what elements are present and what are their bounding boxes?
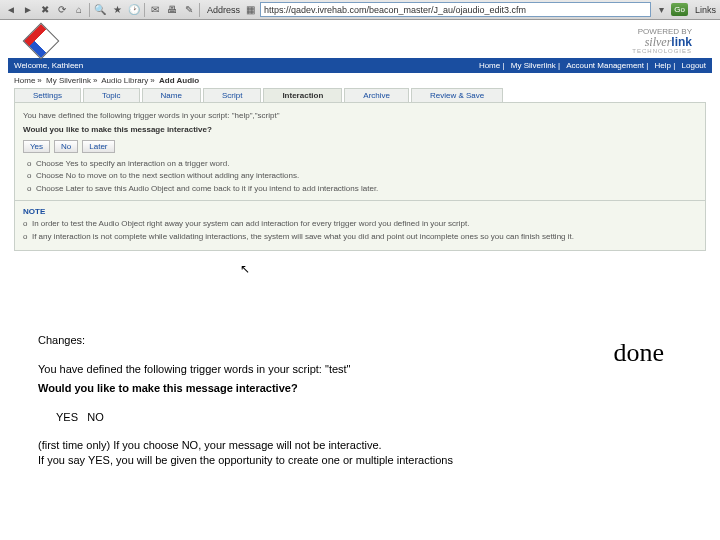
nav-links: Home | My Silverlink | Account Managemen… bbox=[475, 61, 706, 70]
refresh-icon[interactable]: ⟳ bbox=[55, 3, 69, 17]
stop-icon[interactable]: ✖ bbox=[38, 3, 52, 17]
changes-line-2: Would you like to make this message inte… bbox=[38, 382, 298, 394]
changes-block: Changes: You have defined the following … bbox=[38, 333, 468, 468]
button-row: Yes No Later bbox=[23, 140, 697, 153]
forward-icon[interactable]: ► bbox=[21, 3, 35, 17]
note-label: NOTE bbox=[23, 207, 45, 216]
interaction-panel: You have defined the following trigger w… bbox=[14, 102, 706, 251]
crumb-audio-library[interactable]: Audio Library bbox=[101, 76, 148, 85]
changes-yes-no: YES NO bbox=[56, 410, 468, 425]
go-button[interactable]: Go bbox=[671, 3, 688, 16]
browser-toolbar: ◄ ► ✖ ⟳ ⌂ 🔍 ★ 🕑 ✉ 🖶 ✎ Address ▦ https://… bbox=[0, 0, 720, 20]
separator bbox=[144, 3, 145, 17]
done-label: done bbox=[613, 338, 664, 368]
history-icon[interactable]: 🕑 bbox=[127, 3, 141, 17]
welcome-text: Welcome, Kathleen bbox=[14, 61, 83, 70]
tab-settings[interactable]: Settings bbox=[14, 88, 81, 102]
brand-italic: silver bbox=[645, 35, 672, 49]
changes-line-1: You have defined the following trigger w… bbox=[38, 362, 468, 377]
note-line-1: o In order to test the Audio Object righ… bbox=[23, 219, 697, 229]
tab-script[interactable]: Script bbox=[203, 88, 261, 102]
crumb-current: Add Audio bbox=[159, 76, 199, 85]
nav-home[interactable]: Home bbox=[479, 61, 500, 70]
note-line-2: o If any interaction is not complete whi… bbox=[23, 232, 697, 242]
home-icon[interactable]: ⌂ bbox=[72, 3, 86, 17]
logo-icon bbox=[23, 23, 60, 60]
crumb-mysilverlink[interactable]: My Silverlink bbox=[46, 76, 91, 85]
bullet-no: o Choose No to move on to the next secti… bbox=[27, 171, 697, 181]
bullet-list: o Choose Yes to specify an interaction o… bbox=[23, 159, 697, 194]
dropdown-icon[interactable]: ▾ bbox=[654, 3, 668, 17]
page-icon: ▦ bbox=[243, 3, 257, 17]
address-url: https://qadev.ivrehab.com/beacon_master/… bbox=[264, 5, 526, 15]
yes-button[interactable]: Yes bbox=[23, 140, 50, 153]
nav-logout[interactable]: Logout bbox=[682, 61, 706, 70]
edit-icon[interactable]: ✎ bbox=[182, 3, 196, 17]
separator bbox=[199, 3, 200, 17]
changes-no: NO bbox=[87, 411, 104, 423]
bullet-later: o Choose Later to save this Audio Object… bbox=[27, 184, 697, 194]
later-button[interactable]: Later bbox=[82, 140, 114, 153]
tab-topic[interactable]: Topic bbox=[83, 88, 140, 102]
changes-line-3: (first time only) If you choose NO, your… bbox=[38, 438, 468, 453]
address-label: Address bbox=[207, 5, 240, 15]
nav-bar: Welcome, Kathleen Home | My Silverlink |… bbox=[8, 58, 712, 73]
panel-divider bbox=[15, 200, 705, 201]
no-button[interactable]: No bbox=[54, 140, 78, 153]
brand-bold: link bbox=[671, 35, 692, 49]
cursor-icon: ↖ bbox=[240, 262, 250, 276]
tab-name[interactable]: Name bbox=[142, 88, 201, 102]
powered-by: POWERED BY silverlink TECHNOLOGIES bbox=[632, 28, 692, 54]
address-field[interactable]: https://qadev.ivrehab.com/beacon_master/… bbox=[260, 2, 651, 17]
document-area: POWERED BY silverlink TECHNOLOGIES Welco… bbox=[0, 20, 720, 259]
changes-yes: YES bbox=[56, 411, 78, 423]
search-icon[interactable]: 🔍 bbox=[93, 3, 107, 17]
favorites-icon[interactable]: ★ bbox=[110, 3, 124, 17]
brand-sub: TECHNOLOGIES bbox=[632, 48, 692, 54]
crumb-home[interactable]: Home bbox=[14, 76, 35, 85]
panel-question: Would you like to make this message inte… bbox=[23, 125, 212, 134]
mail-icon[interactable]: ✉ bbox=[148, 3, 162, 17]
separator bbox=[89, 3, 90, 17]
nav-mysilverlink[interactable]: My Silverlink bbox=[511, 61, 556, 70]
tab-review-save[interactable]: Review & Save bbox=[411, 88, 503, 102]
back-icon[interactable]: ◄ bbox=[4, 3, 18, 17]
nav-account[interactable]: Account Management bbox=[566, 61, 644, 70]
tab-strip: Settings Topic Name Script Interaction A… bbox=[8, 88, 712, 102]
changes-header: Changes: bbox=[38, 333, 468, 348]
changes-line-4: If you say YES, you will be given the op… bbox=[38, 453, 468, 468]
tab-archive[interactable]: Archive bbox=[344, 88, 409, 102]
page-header: POWERED BY silverlink TECHNOLOGIES bbox=[8, 20, 712, 58]
nav-help[interactable]: Help bbox=[655, 61, 671, 70]
tab-interaction[interactable]: Interaction bbox=[263, 88, 342, 102]
breadcrumb: Home» My Silverlink» Audio Library» Add … bbox=[8, 73, 712, 88]
panel-defined-line: You have defined the following trigger w… bbox=[23, 111, 697, 121]
print-icon[interactable]: 🖶 bbox=[165, 3, 179, 17]
bullet-yes: o Choose Yes to specify an interaction o… bbox=[27, 159, 697, 169]
links-label[interactable]: Links bbox=[695, 5, 716, 15]
